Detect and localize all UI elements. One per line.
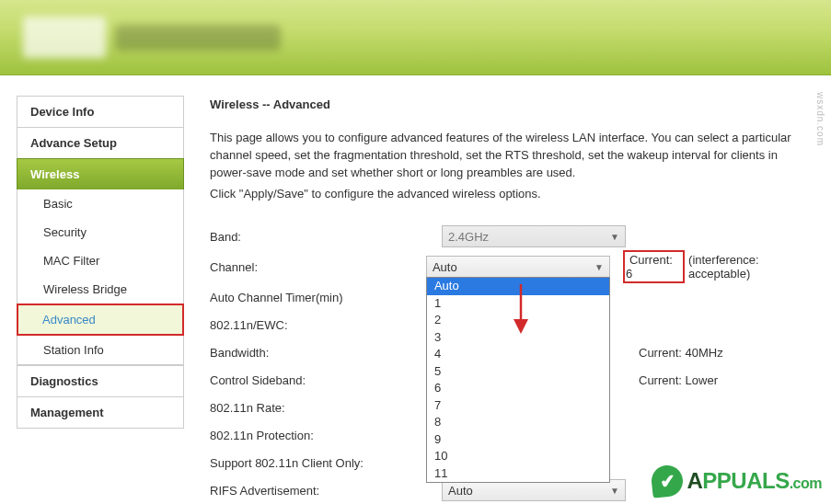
sidebar-subitem-advanced[interactable]: Advanced	[17, 304, 184, 336]
channel-option[interactable]: 8	[427, 414, 609, 431]
watermark-brand: APPUALS.com	[687, 468, 822, 494]
channel-option[interactable]: 9	[427, 431, 609, 449]
band-label: Band:	[210, 230, 442, 244]
sidebar-subitem-wireless-bridge[interactable]: Wireless Bridge	[17, 275, 184, 304]
sidebar-subitem-mac-filter[interactable]: MAC Filter	[17, 246, 184, 275]
channel-option[interactable]: 7	[427, 397, 609, 415]
bandwidth-current: Current: 40MHz	[626, 346, 723, 360]
channel-option[interactable]: 4	[427, 346, 609, 363]
settings-form: Band: 2.4GHz ▼ Channel: Auto ▼ Auto12345…	[210, 223, 814, 504]
page-title: Wireless -- Advanced	[210, 97, 814, 111]
row-band: Band: 2.4GHz ▼	[210, 223, 814, 250]
channel-option[interactable]: 2	[427, 312, 609, 329]
sideband-current: Current: Lower	[626, 373, 718, 387]
sidebar-subitem-basic[interactable]: Basic	[17, 189, 184, 218]
sidebar-item-diagnostics[interactable]: Diagnostics	[17, 365, 184, 396]
channel-option[interactable]: 10	[427, 448, 609, 465]
page-title-prefix: Wireless	[210, 97, 259, 111]
channel-option[interactable]: 3	[427, 329, 609, 347]
client-only-label: Support 802.11n Client Only:	[210, 456, 442, 470]
rifs-label: RIFS Advertisement:	[210, 484, 442, 498]
sidebar-subitem-security[interactable]: Security	[17, 218, 184, 246]
attribution-text: wsxdn.com	[815, 92, 825, 146]
rate-label: 802.11n Rate:	[210, 401, 442, 415]
chevron-down-icon: ▼	[594, 262, 604, 272]
band-select: 2.4GHz ▼	[442, 225, 626, 247]
channel-label: Channel:	[210, 260, 426, 274]
channel-option[interactable]: 1	[427, 295, 609, 313]
protection-label: 802.11n Protection:	[210, 429, 442, 442]
header-banner	[0, 0, 831, 75]
channel-option[interactable]: 11	[427, 465, 609, 483]
brand-logo	[23, 17, 281, 58]
channel-dropdown[interactable]: Auto1234567891011	[426, 277, 610, 483]
channel-option[interactable]: 5	[427, 363, 609, 381]
ewc-label: 802.11n/EWC:	[210, 318, 442, 332]
sideband-label: Control Sideband:	[210, 373, 442, 387]
channel-current-badge: Current: 6	[623, 250, 685, 283]
row-channel: Channel: Auto ▼ Auto1234567891011 Curren…	[210, 250, 814, 283]
watermark: ✔ APPUALS.com	[652, 465, 822, 497]
channel-interference: (interference: acceptable)	[688, 253, 814, 281]
check-icon: ✔	[651, 464, 685, 498]
main-layout: Device Info Advance Setup Wireless Basic…	[0, 75, 831, 504]
channel-option[interactable]: Auto	[427, 278, 609, 295]
chevron-down-icon: ▼	[610, 232, 619, 242]
sidebar-item-wireless[interactable]: Wireless	[17, 158, 184, 189]
sidebar-item-device-info[interactable]: Device Info	[17, 96, 184, 127]
sidebar-item-management[interactable]: Management	[17, 396, 184, 429]
channel-select[interactable]: Auto ▼	[426, 256, 610, 278]
sidebar-subitem-station-info[interactable]: Station Info	[17, 336, 184, 365]
auto-timer-label: Auto Channel Timer(min)	[210, 291, 442, 304]
sidebar-item-advance-setup[interactable]: Advance Setup	[17, 127, 184, 158]
chevron-down-icon: ▼	[610, 486, 619, 496]
bandwidth-label: Bandwidth:	[210, 346, 442, 360]
channel-option[interactable]: 6	[427, 380, 609, 397]
content-area: Wireless -- Advanced This page allows yo…	[184, 75, 831, 504]
page-title-suffix: Advanced	[273, 97, 330, 111]
sidebar: Device Info Advance Setup Wireless Basic…	[0, 75, 184, 504]
page-description-2: Click "Apply/Save" to configure the adva…	[210, 186, 814, 203]
page-description-1: This page allows you to configure advanc…	[210, 130, 814, 182]
